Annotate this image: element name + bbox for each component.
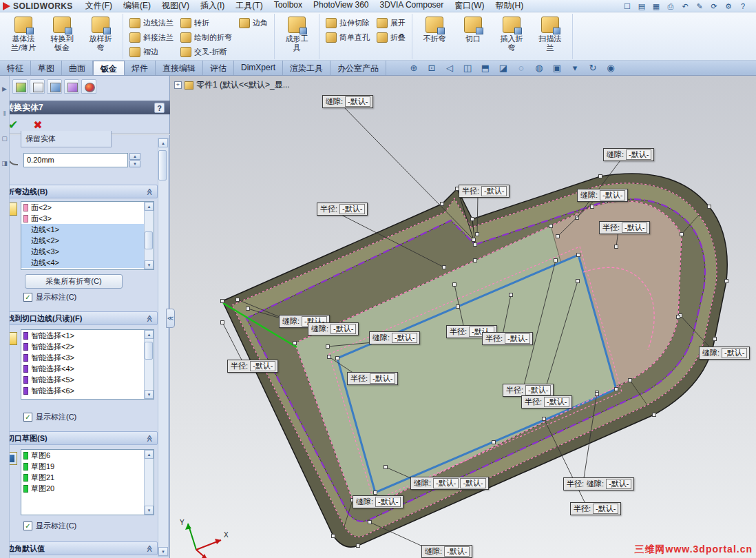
callout-value[interactable]: -默认-	[606, 479, 631, 489]
list-item[interactable]: 草图6	[21, 450, 144, 461]
collapse-chevron-icon[interactable]: ≪	[145, 545, 153, 552]
ribbon-small-button[interactable]: 展开	[374, 16, 408, 30]
callout-value[interactable]: -默认-	[525, 385, 551, 395]
list-scrollbar[interactable]: ▲ ▼	[144, 450, 154, 515]
dimension-callout[interactable]: 半径:缝隙:-默认-	[563, 477, 634, 490]
display-style-icon[interactable]: ◪	[496, 62, 510, 74]
commandmanager-tab[interactable]: 特征	[0, 61, 31, 75]
callout-value[interactable]: -默认-	[481, 186, 507, 196]
appearances-tab-icon[interactable]	[81, 79, 96, 94]
menu-item[interactable]: Toolbox	[269, 0, 308, 12]
commandmanager-tab[interactable]: DimXpert	[234, 61, 283, 75]
dimension-callout[interactable]: 半径:-默认-	[482, 332, 533, 345]
dimension-callout[interactable]: 缝隙:-默认-	[577, 189, 628, 202]
list-scrollbar[interactable]: ▲ ▼	[144, 330, 154, 399]
tree-expand-icon[interactable]: +	[174, 81, 182, 89]
dimension-callout[interactable]: 缝隙:-默认-	[369, 331, 420, 344]
menu-item[interactable]: 插入(I)	[195, 0, 230, 12]
callout-value[interactable]: -默认-	[460, 478, 485, 488]
list-scrollbar[interactable]: ▲ ▼	[144, 202, 154, 269]
dimension-callout[interactable]: 半径:-默认-	[599, 221, 650, 234]
open-icon[interactable]: ▤	[636, 1, 648, 11]
scroll-up-icon[interactable]: ▲	[145, 202, 154, 211]
ribbon-small-button[interactable]: 褶边	[127, 45, 176, 59]
list-item[interactable]: 面<3>	[21, 213, 144, 224]
list-item[interactable]: 智能选择<6>	[21, 385, 144, 396]
view-orientation-icon[interactable]: ⬒	[479, 62, 492, 74]
help-button[interactable]: ?	[154, 103, 165, 113]
callout-value[interactable]: -默认-	[505, 333, 530, 344]
list-item[interactable]: 智能选择<4>	[21, 363, 144, 374]
checkbox-checked-icon[interactable]: ✓	[23, 521, 32, 530]
new-document-icon[interactable]: ☐	[621, 1, 633, 11]
print-icon[interactable]: ⎙	[664, 1, 677, 11]
menu-item[interactable]: 文件(F)	[80, 0, 118, 12]
ribbon-large-button[interactable]: 切口	[454, 14, 492, 58]
menu-item[interactable]: 帮助(H)	[490, 0, 529, 12]
callout-value[interactable]: -默认-	[370, 373, 395, 384]
toolbar-panel-icon[interactable]: ◨	[1, 160, 8, 167]
ribbon-small-button[interactable]: 折叠	[374, 30, 408, 44]
checkbox-checked-icon[interactable]: ✓	[23, 413, 32, 422]
view-settings-icon[interactable]: ▾	[568, 62, 582, 74]
dimension-callout[interactable]: 半径:-默认-	[317, 203, 368, 216]
scroll-down-icon[interactable]: ▼	[145, 390, 154, 399]
dimension-callout[interactable]: 缝隙:-默认-	[421, 545, 472, 558]
previous-view-icon[interactable]: ◁	[443, 62, 456, 74]
section-header-rip-sketches[interactable]: 切口草图(S) ≪	[2, 431, 158, 445]
collapse-chevron-icon[interactable]: ≪	[145, 188, 153, 195]
dimension-callout[interactable]: 半径:-默认-	[459, 185, 510, 198]
dimension-callout[interactable]: 缝隙:-默认-	[353, 495, 403, 508]
camera-icon[interactable]: ◉	[604, 62, 618, 74]
commandmanager-tab[interactable]: 草图	[31, 61, 62, 75]
collapse-chevron-icon[interactable]: ≪	[145, 315, 153, 322]
scroll-thumb[interactable]	[158, 150, 167, 180]
list-item[interactable]: 智能选择<2>	[21, 341, 144, 352]
ribbon-small-button[interactable]: 绘制的折弯	[178, 30, 235, 44]
help-icon[interactable]: ?	[737, 1, 749, 11]
ribbon-small-button[interactable]: 交叉-折断	[178, 45, 235, 59]
dimension-callout[interactable]: 缝隙:-默认-	[603, 148, 654, 161]
ribbon-small-button[interactable]: 拉伸切除	[323, 16, 372, 30]
graphics-viewport[interactable]: + 零件1 (默认<<默认>_显...	[170, 76, 756, 558]
dimension-callout[interactable]: 缝隙:-默认-	[322, 95, 373, 108]
undo-icon[interactable]: ↶	[679, 1, 691, 11]
menu-item[interactable]: 编辑(E)	[118, 0, 156, 12]
dimension-callout[interactable]: 缝隙:-默认--默认-	[410, 477, 489, 490]
panel-collapse-button[interactable]: ≪	[166, 309, 175, 328]
list-item[interactable]: 边线<4>	[21, 257, 144, 268]
scroll-down-icon[interactable]: ▼	[158, 547, 168, 556]
section-header-corner-defaults[interactable]: 边角默认值 ≪	[2, 541, 158, 555]
callout-value[interactable]: -默认-	[444, 546, 470, 557]
spinner-up-icon[interactable]: ▲	[129, 153, 140, 160]
panel-scrollbar[interactable]: ▲ ▼	[158, 138, 169, 557]
zoom-fit-icon[interactable]: ⊕	[407, 62, 421, 74]
checkbox-checked-icon[interactable]: ✓	[23, 293, 32, 302]
section-header-bend-edges[interactable]: 折弯边线(B) ≪	[2, 185, 158, 198]
callout-value[interactable]: -默认-	[600, 190, 625, 200]
callout-value[interactable]: -默认-	[593, 504, 618, 514]
list-item[interactable]: 草图21	[21, 472, 144, 483]
callout-value[interactable]: -默认-	[375, 497, 401, 507]
callout-value[interactable]: -默认-	[339, 204, 365, 214]
toolbar-box-icon[interactable]: ▢	[1, 135, 8, 142]
list-item[interactable]: 草图20	[21, 483, 144, 494]
hide-show-icon[interactable]: ◌	[514, 62, 528, 74]
list-item[interactable]: 智能选择<1>	[21, 330, 144, 341]
spinner-down-icon[interactable]: ▼	[129, 161, 140, 167]
toolbar-handle-icon[interactable]: ‖	[3, 110, 6, 117]
zoom-area-icon[interactable]: ⊡	[425, 62, 439, 74]
bend-radius-input[interactable]: 0.20mm	[23, 153, 128, 167]
commandmanager-tab[interactable]: 渲染工具	[283, 61, 330, 75]
commandmanager-tab[interactable]: 办公室产品	[330, 61, 386, 75]
scroll-up-icon[interactable]: ▲	[158, 138, 168, 147]
dimxpert-tab-icon[interactable]	[47, 79, 62, 94]
ribbon-small-button[interactable]: 边角	[236, 16, 271, 30]
list-item[interactable]: 边线<2>	[21, 235, 144, 246]
rotate-view-icon[interactable]: ↻	[586, 62, 600, 74]
ribbon-small-button[interactable]: 转折	[178, 16, 235, 30]
callout-value[interactable]: -默认-	[722, 348, 747, 358]
callout-value[interactable]: -默认-	[433, 478, 459, 488]
edit-appearance-icon[interactable]: ◍	[532, 62, 546, 74]
callout-value[interactable]: -默认-	[622, 223, 647, 233]
